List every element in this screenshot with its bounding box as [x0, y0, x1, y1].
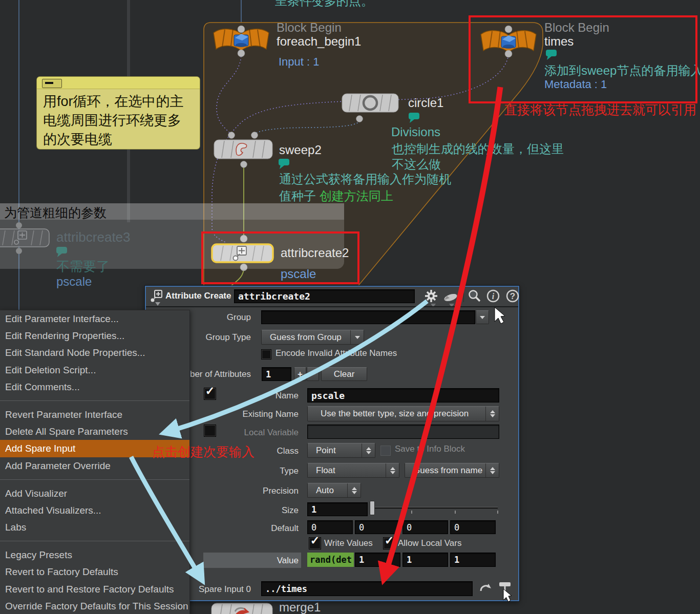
save-info-checkbox[interactable] — [380, 446, 391, 456]
sticky-minimize-button[interactable] — [42, 79, 62, 88]
allow-local-vars-label: Allow Local Vars — [398, 538, 461, 548]
default-input-1[interactable]: 0 — [355, 520, 400, 534]
parameter-context-menu: Edit Parameter Interface... Edit Renderi… — [0, 310, 190, 614]
value-expression-chip[interactable]: rand(det — [307, 553, 354, 567]
default-input-2[interactable]: 0 — [402, 520, 448, 534]
slider-tick — [497, 511, 498, 514]
num-attrs-input[interactable]: 1 — [262, 367, 291, 381]
circle1-name-label: circle1 — [408, 96, 443, 110]
class-dropdown[interactable]: Point — [307, 443, 375, 458]
save-info-label: Save to Info Block — [395, 444, 465, 454]
menu-separator — [0, 541, 189, 541]
merge1-name-label: merge1 — [279, 600, 321, 614]
header-separator — [146, 306, 518, 307]
minimize-icon — [45, 82, 53, 84]
size-slider-handle[interactable] — [370, 501, 375, 515]
circle1-comment-line2: 不这么做 — [392, 156, 441, 173]
size-input[interactable]: 1 — [307, 502, 368, 516]
menu-item-add-visualizer[interactable]: Add Visualizer — [0, 485, 189, 502]
menu-item-edit-standard-node-properties[interactable]: Edit Standard Node Properties... — [0, 344, 189, 361]
default-input-0[interactable]: 0 — [307, 520, 353, 534]
existing-name-dropdown[interactable]: Use the better type, size and precision — [307, 406, 499, 421]
existing-name-value: Use the better type, size and precision — [308, 407, 499, 421]
menu-item-revert-to-factory-defaults[interactable]: Revert to Factory Defaults — [0, 563, 189, 580]
menu-item-labs[interactable]: Labs — [0, 519, 189, 536]
overlay-caption: 为管道粗细的参数 — [4, 204, 107, 221]
type-guess-value: Guess from name — [405, 463, 499, 477]
toolbar-divider — [463, 290, 464, 302]
type-guess-dropdown[interactable]: Guess from name — [405, 463, 499, 478]
encode-label: Encode Invalid Attribute Names — [275, 348, 397, 358]
spinner-arrows — [386, 463, 399, 477]
spinner-arrows — [362, 443, 375, 457]
group-input[interactable] — [261, 310, 475, 324]
menu-item-revert-parameter-interface[interactable]: Revert Parameter Interface — [0, 406, 189, 423]
spinner-arrows — [485, 407, 499, 421]
menu-item-override-factory-defaults[interactable]: Override Factory Defaults for This Sessi… — [0, 598, 189, 614]
type-dropdown[interactable]: Float — [307, 463, 399, 478]
attribcreate-icon[interactable] — [150, 289, 163, 304]
remove-attribute-button[interactable]: − — [307, 367, 319, 381]
spare-input-field[interactable]: ../times — [261, 581, 473, 596]
node-merge1[interactable] — [211, 603, 272, 614]
sweep2-comment-green: 创建方法同上 — [320, 189, 393, 203]
revert-arrow-icon[interactable] — [479, 582, 493, 595]
menu-item-delete-all-spare-parameters[interactable]: Delete All Spare Parameters — [0, 423, 189, 440]
svg-text:i: i — [492, 292, 495, 301]
menu-item-revert-and-restore-factory-defaults[interactable]: Revert to and Restore Factory Defaults — [0, 581, 189, 598]
info-icon[interactable]: i — [486, 289, 500, 303]
gear-icon[interactable] — [423, 288, 439, 304]
value-input-1[interactable]: 1 — [355, 553, 400, 567]
red-note-menu: 点击创建次要输入 — [152, 443, 254, 460]
node-sweep2[interactable] — [214, 140, 272, 159]
add-attribute-button[interactable]: + — [294, 367, 306, 381]
menu-item-edit-comments[interactable]: Edit Comments... — [0, 378, 189, 395]
help-icon[interactable]: ? — [505, 289, 520, 303]
default-input-3[interactable]: 0 — [450, 520, 496, 534]
value-input-3[interactable]: 1 — [450, 553, 496, 567]
red-note-times: 直接将该节点拖拽进去就可以引用 — [504, 101, 696, 118]
node-chooser-icon[interactable] — [498, 580, 513, 595]
write-values-checkbox[interactable]: ✓ — [309, 537, 321, 549]
group-type-value: Guess from Group — [262, 330, 364, 344]
name-input[interactable]: pscale — [307, 388, 499, 403]
foreach-name-label: foreach_begin1 — [277, 34, 361, 49]
top-comment: 呈条件变多的点。 — [275, 0, 373, 9]
svg-text:?: ? — [510, 291, 515, 301]
node-circle1[interactable] — [342, 94, 398, 112]
search-icon[interactable] — [468, 289, 482, 303]
encode-checkbox[interactable] — [261, 349, 271, 359]
sweep2-comment-line2: 值种子 创建方法同上 — [279, 188, 393, 204]
circle1-comment-title: Divisions — [391, 125, 440, 139]
red-annotation-rect-attribcreate2 — [201, 231, 359, 284]
node-type-dropdown-icon[interactable] — [155, 302, 160, 306]
menu-item-edit-deletion-script[interactable]: Edit Deletion Script... — [0, 362, 189, 378]
foreach-type-label: Block Begin — [277, 20, 342, 35]
precision-dropdown[interactable]: Auto — [307, 483, 361, 498]
slider-tick — [411, 511, 412, 514]
menu-item-edit-rendering-properties[interactable]: Edit Rendering Properties... — [0, 327, 189, 344]
sticky-note-text: 用for循环，在选中的主电缆周围进行环绕更多的次要电缆 — [37, 89, 200, 152]
node-name-field[interactable]: attribcreate2 — [234, 289, 415, 303]
sweep2-comment-line1: 通过公式获将备用输入作为随机 — [279, 171, 451, 187]
menu-item-edit-parameter-interface[interactable]: Edit Parameter Interface... — [0, 310, 189, 327]
foreach-io-label: Input : 1 — [279, 55, 320, 69]
menu-item-legacy-presets[interactable]: Legacy Presets — [0, 546, 189, 563]
menu-separator — [0, 400, 189, 401]
chevron-down-icon — [480, 316, 485, 319]
value-input-2[interactable]: 1 — [402, 553, 448, 567]
slider-tick — [455, 511, 456, 514]
menu-item-attached-visualizers[interactable]: Attached Visualizers... — [0, 502, 189, 519]
local-variable-input[interactable] — [307, 425, 499, 439]
size-slider-track[interactable] — [375, 507, 498, 509]
clear-button[interactable]: Clear — [321, 367, 367, 381]
red-annotation-rect-times — [469, 15, 697, 103]
spinner-arrows — [347, 483, 360, 497]
group-type-dropdown[interactable]: Guess from Group — [261, 330, 364, 345]
allow-local-vars-checkbox[interactable]: ✓ — [383, 537, 395, 549]
brush-icon[interactable] — [442, 290, 459, 303]
spinner-arrows — [485, 463, 499, 477]
group-dropdown-button[interactable] — [476, 310, 489, 324]
sticky-note[interactable]: 用for循环，在选中的主电缆周围进行环绕更多的次要电缆 — [37, 77, 200, 149]
attribcreate3-name-label: attribcreate3 — [56, 229, 131, 245]
